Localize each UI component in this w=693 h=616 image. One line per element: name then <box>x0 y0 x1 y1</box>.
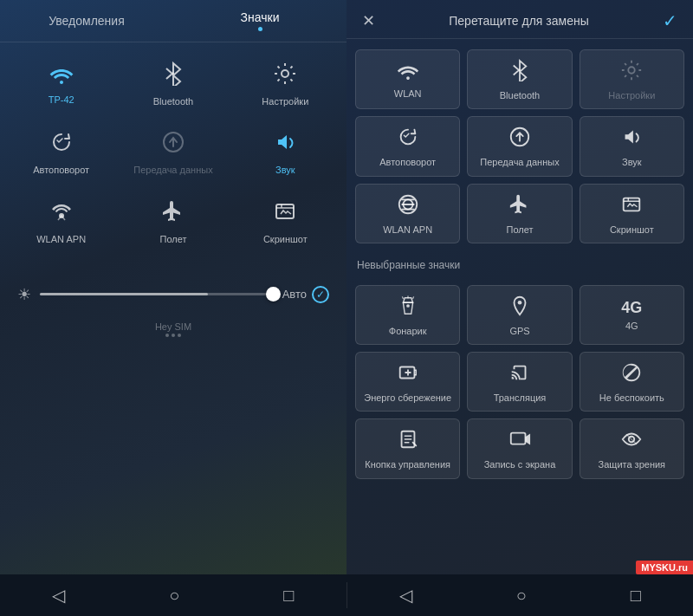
right-icon-flight[interactable]: Полет <box>467 184 572 243</box>
right-icon-battery[interactable]: Энерго сбережение <box>355 352 460 412</box>
right-icon-gps[interactable]: GPS <box>467 285 572 345</box>
left-recents-button[interactable]: □ <box>269 579 308 613</box>
wlanapn-icon <box>49 199 74 228</box>
left-icon-autorotate[interactable]: Автоповорот <box>9 121 113 183</box>
right-icon-cast[interactable]: Трансляция <box>467 352 572 412</box>
flashlight-icon <box>397 295 419 321</box>
brightness-slider[interactable] <box>40 293 274 295</box>
left-panel: Уведомления Значки TP-42 <box>0 0 346 616</box>
right-icon-screenshot[interactable]: Скриншот <box>580 184 684 243</box>
right-icon-wlanapn[interactable]: WLAN APN <box>355 184 460 243</box>
right-icon-eyeprotect[interactable]: Защита зрения <box>580 418 684 478</box>
left-icon-bluetooth[interactable]: Bluetooth <box>120 53 225 114</box>
right-panel: ✕ Перетащите для замены ✓ WLAN <box>346 0 693 616</box>
right-panel-title: Перетащите для замены <box>382 14 656 28</box>
left-icon-data[interactable]: Передача данных <box>120 121 225 183</box>
tab-icons[interactable]: Значки <box>173 10 346 35</box>
right-icon-flashlight[interactable]: Фонарик <box>355 285 460 345</box>
brightness-icon: ☀ <box>17 285 31 304</box>
right-icon-screenrecord[interactable]: Запись с экрана <box>467 418 572 478</box>
right-settings-icon <box>620 59 643 85</box>
cast-icon <box>508 361 531 387</box>
left-icon-wifi[interactable]: TP-42 <box>9 53 113 114</box>
right-wlanapn-label: WLAN APN <box>383 224 432 236</box>
right-icon-data[interactable]: Передача данных <box>467 116 572 176</box>
left-icon-bluetooth-label: Bluetooth <box>153 95 193 107</box>
right-back-button[interactable]: ◁ <box>385 578 426 613</box>
sim-dot-3 <box>178 334 181 337</box>
tabs-row: Уведомления Значки <box>0 0 346 42</box>
right-icon-sound[interactable]: Звук <box>580 116 684 176</box>
left-back-button[interactable]: ◁ <box>38 578 79 613</box>
left-icon-screenshot-label: Скриншот <box>263 233 308 245</box>
brightness-fill <box>40 293 208 295</box>
left-icon-wlanapn-label: WLAN APN <box>36 233 86 245</box>
left-icon-grid: TP-42 Bluetooth Настройки <box>0 42 346 263</box>
right-icon-bluetooth[interactable]: Bluetooth <box>467 49 572 109</box>
right-battery-label: Энерго сбережение <box>364 392 451 404</box>
battery-saver-icon <box>397 361 419 387</box>
sim-label: Hey SIM <box>0 318 346 334</box>
svg-point-9 <box>406 304 410 308</box>
close-button[interactable]: ✕ <box>355 11 382 30</box>
right-icon-autorotate[interactable]: Автоповорот <box>355 116 460 176</box>
right-cast-label: Трансляция <box>494 392 547 404</box>
svg-point-10 <box>518 301 522 305</box>
brightness-thumb[interactable] <box>266 287 281 302</box>
right-icon-assist[interactable]: Кнопка управления <box>355 418 460 478</box>
brightness-row: ☀ Авто ✓ <box>0 271 346 318</box>
right-flashlight-label: Фонарик <box>389 325 427 337</box>
right-dnd-label: Не беспокоить <box>599 392 664 404</box>
left-icon-sound-label: Звук <box>275 164 295 176</box>
right-gps-label: GPS <box>509 325 529 337</box>
right-screenrecord-label: Запись с экрана <box>484 458 556 470</box>
right-icon-4g[interactable]: 4G 4G <box>580 285 684 345</box>
screenrecord-icon <box>508 428 531 454</box>
flight-icon <box>161 199 185 228</box>
4g-icon: 4G <box>621 300 642 315</box>
settings-icon <box>273 62 297 90</box>
unselected-section-label: Невыбранные значки <box>346 254 693 275</box>
right-header: ✕ Перетащите для замены ✓ <box>346 0 693 39</box>
right-autorotate-icon <box>397 126 419 152</box>
left-icon-flight[interactable]: Полет <box>120 191 225 252</box>
right-wlanapn-icon <box>397 193 419 219</box>
left-home-button[interactable]: ○ <box>155 579 193 613</box>
right-icon-settings[interactable]: Настройки <box>580 49 684 109</box>
right-nav: ◁ ○ □ <box>347 578 694 613</box>
right-assist-label: Кнопка управления <box>365 458 450 470</box>
data-transfer-icon <box>161 130 185 159</box>
confirm-button[interactable]: ✓ <box>656 10 684 31</box>
brightness-check[interactable]: ✓ <box>312 286 329 303</box>
assist-icon <box>397 428 419 454</box>
right-icon-wlan[interactable]: WLAN <box>355 49 460 109</box>
autorotate-icon <box>49 130 74 159</box>
right-flight-label: Полет <box>506 224 533 236</box>
sound-icon <box>273 130 297 159</box>
right-sound-icon <box>620 126 643 152</box>
right-wlan-label: WLAN <box>394 88 422 100</box>
left-icon-screenshot[interactable]: Скриншот <box>233 191 338 252</box>
right-recents-button[interactable]: □ <box>617 579 655 613</box>
right-screenshot-label: Скриншот <box>610 224 654 236</box>
left-icon-wlanapn[interactable]: WLAN APN <box>9 191 113 252</box>
left-icon-settings[interactable]: Настройки <box>233 53 338 114</box>
right-4g-label: 4G <box>625 320 638 332</box>
right-screenshot-icon <box>620 193 643 219</box>
left-icon-sound[interactable]: Звук <box>233 121 338 183</box>
right-home-button[interactable]: ○ <box>502 579 541 613</box>
right-eyeprotect-label: Защита зрения <box>599 458 666 470</box>
eyeprotect-icon <box>620 428 643 454</box>
right-data-label: Передача данных <box>480 156 559 168</box>
right-icon-dnd[interactable]: Не беспокоить <box>580 352 684 412</box>
svg-point-4 <box>629 67 635 73</box>
right-selected-grid: WLAN Bluetooth Настройки <box>346 39 693 254</box>
brightness-auto-label: Авто <box>282 288 307 301</box>
sim-dot-2 <box>172 334 175 337</box>
right-unselected-grid: Фонарик GPS 4G 4G <box>346 275 693 490</box>
bluetooth-icon <box>164 62 183 90</box>
left-icon-flight-label: Полет <box>159 233 186 245</box>
tab-notifications[interactable]: Уведомления <box>0 14 173 31</box>
screenshot-icon <box>273 199 297 228</box>
left-icon-autorotate-label: Автоповорот <box>33 164 89 176</box>
